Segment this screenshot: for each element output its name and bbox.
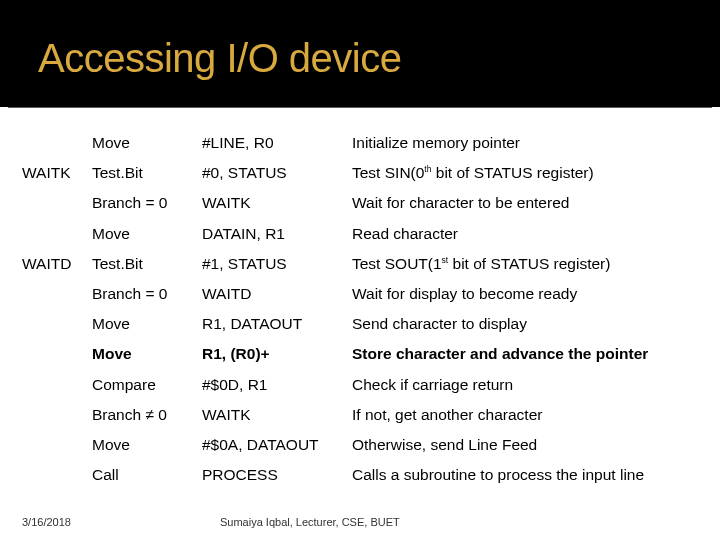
row-args: PROCESS <box>198 460 348 490</box>
row-op: Move <box>88 430 198 460</box>
table-row: WAITDTest.Bit#1, STATUSTest SOUT(1st bit… <box>18 249 712 279</box>
row-op: Branch = 0 <box>88 188 198 218</box>
row-op: Call <box>88 460 198 490</box>
row-args: #$0A, DATAOUT <box>198 430 348 460</box>
row-label <box>18 430 88 460</box>
footer-date: 3/16/2018 <box>22 516 71 528</box>
table-row: MoveDATAIN, R1Read character <box>18 219 712 249</box>
row-label: WAITK <box>18 158 88 188</box>
row-args: #$0D, R1 <box>198 370 348 400</box>
assembly-table: Move#LINE, R0Initialize memory pointerWA… <box>18 128 712 490</box>
row-comment: Initialize memory pointer <box>348 128 712 158</box>
row-args: DATAIN, R1 <box>198 219 348 249</box>
row-args: #LINE, R0 <box>198 128 348 158</box>
table-row: MoveR1, (R0)+Store character and advance… <box>18 339 712 369</box>
row-label <box>18 460 88 490</box>
table-row: Compare#$0D, R1Check if carriage return <box>18 370 712 400</box>
row-comment: Test SIN(0th bit of STATUS register) <box>348 158 712 188</box>
table-row: CallPROCESSCalls a subroutine to process… <box>18 460 712 490</box>
row-comment: If not, get another character <box>348 400 712 430</box>
row-args: WAITK <box>198 400 348 430</box>
row-comment: Wait for display to become ready <box>348 279 712 309</box>
row-comment: Otherwise, send Line Feed <box>348 430 712 460</box>
table-row: Branch ≠ 0WAITKIf not, get another chara… <box>18 400 712 430</box>
table-row: Branch = 0WAITKWait for character to be … <box>18 188 712 218</box>
row-args: WAITD <box>198 279 348 309</box>
row-op: Move <box>88 339 198 369</box>
row-op: Branch = 0 <box>88 279 198 309</box>
row-comment: Send character to display <box>348 309 712 339</box>
row-label <box>18 279 88 309</box>
table-row: WAITKTest.Bit#0, STATUSTest SIN(0th bit … <box>18 158 712 188</box>
row-op: Compare <box>88 370 198 400</box>
table-row: Branch = 0WAITDWait for display to becom… <box>18 279 712 309</box>
row-op: Test.Bit <box>88 158 198 188</box>
row-op: Move <box>88 128 198 158</box>
row-label <box>18 339 88 369</box>
row-args: #1, STATUS <box>198 249 348 279</box>
row-args: #0, STATUS <box>198 158 348 188</box>
row-label <box>18 128 88 158</box>
table-row: Move#LINE, R0Initialize memory pointer <box>18 128 712 158</box>
row-op: Move <box>88 219 198 249</box>
slide-header: Accessing I/O device <box>0 0 720 107</box>
row-comment: Wait for character to be entered <box>348 188 712 218</box>
row-op: Move <box>88 309 198 339</box>
slide-title: Accessing I/O device <box>38 36 402 81</box>
table-row: Move#$0A, DATAOUTOtherwise, send Line Fe… <box>18 430 712 460</box>
row-label <box>18 188 88 218</box>
row-comment: Test SOUT(1st bit of STATUS register) <box>348 249 712 279</box>
row-comment: Read character <box>348 219 712 249</box>
row-args: WAITK <box>198 188 348 218</box>
row-args: R1, (R0)+ <box>198 339 348 369</box>
footer-credit: Sumaiya Iqbal, Lecturer, CSE, BUET <box>220 516 400 528</box>
row-op: Branch ≠ 0 <box>88 400 198 430</box>
row-label <box>18 219 88 249</box>
row-comment: Calls a subroutine to process the input … <box>348 460 712 490</box>
table-row: MoveR1, DATAOUTSend character to display <box>18 309 712 339</box>
row-comment: Store character and advance the pointer <box>348 339 712 369</box>
row-label <box>18 309 88 339</box>
row-comment: Check if carriage return <box>348 370 712 400</box>
assembly-tbody: Move#LINE, R0Initialize memory pointerWA… <box>18 128 712 490</box>
row-args: R1, DATAOUT <box>198 309 348 339</box>
row-label: WAITD <box>18 249 88 279</box>
header-rule <box>8 107 712 108</box>
row-label <box>18 400 88 430</box>
row-label <box>18 370 88 400</box>
row-op: Test.Bit <box>88 249 198 279</box>
